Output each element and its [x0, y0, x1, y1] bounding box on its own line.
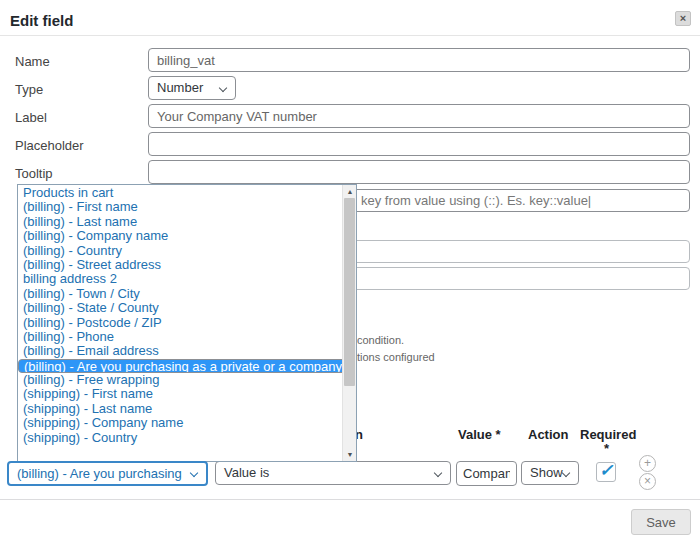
tooltip-input[interactable]: [148, 160, 690, 184]
condition-action-select[interactable]: Show: [521, 461, 579, 485]
scroll-up-icon[interactable]: ▲: [343, 185, 357, 198]
placeholder-input[interactable]: [148, 132, 690, 156]
list-item[interactable]: (billing) - Last name: [18, 215, 342, 229]
name-input[interactable]: [148, 48, 690, 72]
page-title: Edit field: [10, 12, 73, 29]
header-divider: [0, 35, 700, 36]
chevron-down-icon: [219, 84, 227, 92]
check-icon: ✓: [599, 460, 613, 481]
field-options-listbox[interactable]: Products in cart(billing) - First name(b…: [17, 184, 357, 462]
list-item[interactable]: (billing) - Country: [18, 244, 342, 258]
condition-operator-select[interactable]: Value is: [215, 461, 451, 485]
options-placeholder: key from value using (::). Es. key::valu…: [361, 193, 591, 208]
required-column-header: Required: [580, 427, 636, 442]
type-label: Type: [15, 82, 43, 97]
list-item[interactable]: (shipping) - Country: [18, 431, 342, 445]
required-asterisk: *: [604, 441, 609, 456]
remove-condition-button[interactable]: ×: [639, 473, 656, 490]
condition-hint-text: condition.: [357, 334, 404, 346]
list-item[interactable]: Products in cart: [18, 186, 342, 200]
conditions-configured-text: tions configured: [357, 351, 435, 363]
edit-field-dialog: Edit field × Name Type Number Label Plac…: [0, 0, 700, 543]
label-label: Label: [15, 110, 47, 125]
listbox-items: Products in cart(billing) - First name(b…: [18, 186, 342, 460]
close-icon: ×: [680, 12, 686, 24]
chevron-down-icon: [434, 469, 442, 477]
scrollbar-thumb[interactable]: [344, 198, 355, 386]
list-item[interactable]: (billing) - Street address: [18, 258, 342, 272]
close-button[interactable]: ×: [675, 11, 691, 26]
name-label: Name: [15, 54, 50, 69]
list-item[interactable]: (billing) - Town / City: [18, 287, 342, 301]
list-item[interactable]: (shipping) - Last name: [18, 402, 342, 416]
required-checkbox[interactable]: ✓: [596, 462, 616, 482]
tooltip-label: Tooltip: [15, 166, 53, 181]
save-button[interactable]: Save: [631, 509, 691, 535]
list-item[interactable]: (billing) - Postcode / ZIP: [18, 316, 342, 330]
chevron-down-icon: [562, 469, 570, 477]
chevron-down-icon: [190, 469, 198, 477]
listbox-scrollbar[interactable]: ▲ ▼: [342, 185, 356, 461]
list-item[interactable]: (billing) - Phone: [18, 330, 342, 344]
list-item[interactable]: (billing) - Are you purchasing as a priv…: [18, 359, 342, 373]
list-item[interactable]: (billing) - First name: [18, 200, 342, 214]
footer-divider: [0, 499, 700, 500]
list-item[interactable]: (shipping) - First name: [18, 387, 342, 401]
condition-value-input[interactable]: [456, 461, 517, 486]
label-input[interactable]: [148, 104, 690, 128]
value-column-header: Value *: [458, 427, 501, 442]
scroll-down-icon[interactable]: ▼: [343, 448, 357, 461]
type-select[interactable]: Number: [148, 76, 236, 100]
list-item[interactable]: (billing) - Email address: [18, 344, 342, 358]
plus-icon: +: [644, 456, 651, 470]
list-item[interactable]: (shipping) - Company name: [18, 416, 342, 430]
add-condition-button[interactable]: +: [639, 455, 656, 472]
condition-field-select[interactable]: (billing) - Are you purchasing: [7, 461, 208, 486]
list-item[interactable]: (billing) - Free wrapping: [18, 373, 342, 387]
close-icon: ×: [644, 474, 651, 488]
placeholder-label: Placeholder: [15, 138, 84, 153]
list-item[interactable]: (billing) - Company name: [18, 229, 342, 243]
action-column-header: Action: [528, 427, 568, 442]
list-item[interactable]: billing address 2: [18, 272, 342, 286]
list-item[interactable]: (billing) - State / County: [18, 301, 342, 315]
